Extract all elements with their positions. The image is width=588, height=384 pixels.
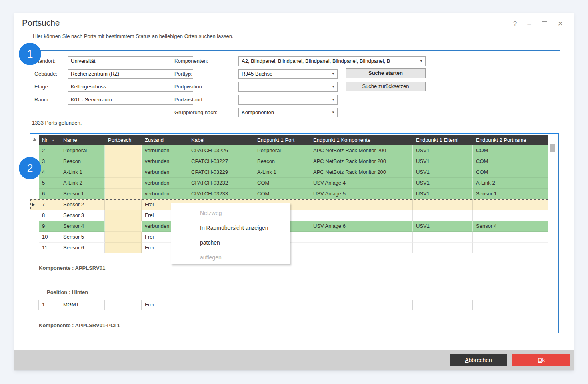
dialog-footer: Abbrechen Ok [14,350,574,370]
table-row[interactable]: 3 Beacon verbunden CPATCH-03227 Beacon A… [30,156,548,167]
cell-portbesch [105,199,142,210]
dialog-subtitle: Hier können Sie nach Ports mit bestimmte… [33,33,233,39]
cell-ep1-port: Beacon [254,156,310,167]
table-row[interactable]: 5 A-Link 2 verbunden CPATCH-03232 COM US… [30,178,548,189]
cell-name: Sensor 5 [60,232,105,243]
cell-nr: 10 [39,232,60,243]
cell-portbesch [105,167,142,178]
cell-ep1-komponente [310,300,413,310]
cell-ep2-portname: COM [473,156,548,167]
cell-ep1-port: A-Link 1 [254,167,310,178]
column-header-portbesch[interactable]: Portbesch [105,135,142,145]
context-menu: Netzweg In Raumübersicht anzeigen patche… [171,203,290,264]
cell-ep1-eltern: USV1 [413,221,473,232]
cell-portbesch [105,243,142,253]
cell-name: Sensor 3 [60,210,105,221]
abbrechen-button[interactable]: Abbrechen [450,354,507,366]
cell-portbesch [105,189,142,199]
column-header-name[interactable]: Name [60,135,105,145]
gruppierung-label: Gruppierung nach: [174,108,218,117]
komponenten-label: Komponenten: [174,56,208,66]
cell-ep1-komponente [310,199,413,210]
cell-ep2-portname: COM [473,167,548,178]
table-row[interactable]: 6 Sensor 1 verbunden CPATCH-03233 COM US… [30,189,548,199]
etage-label: Etage: [34,82,50,92]
table-row[interactable]: 4 A-Link 1 verbunden CPATCH-03229 A-Link… [30,167,548,178]
cell-ep1-komponente: USV Anlage 6 [310,221,413,232]
suche-starten-button[interactable]: Suche starten [346,68,426,78]
cell-ep2-portname: Sensor 1 [473,189,548,199]
cell-ep2-portname [473,210,548,221]
minimize-icon[interactable]: – [527,20,531,27]
cell-zustand: verbunden [142,156,188,167]
sort-ascending-icon: ▲ [52,139,55,142]
cell-nr: 5 [39,178,60,189]
cell-zustand: Frei [142,300,188,310]
menu-item-patchen[interactable]: patchen [171,235,290,250]
chevron-down-icon: ▼ [332,85,335,88]
cell-portbesch [105,210,142,221]
cell-nr: 4 [39,167,60,178]
cell-ep2-portname [473,243,548,253]
cell-ep1-komponente: USV Anlage 4 [310,178,413,189]
cell-nr: 3 [39,156,60,167]
portzustand-select[interactable]: ▼ [238,95,338,105]
column-header-ep1-eltern[interactable]: Endpunkt 1 Elternl [413,135,473,145]
cell-kabel: CPATCH-03227 [188,156,254,167]
ok-button[interactable]: Ok [512,354,570,366]
cell-zustand: verbunden [142,145,188,156]
cell-zustand: verbunden [142,178,188,189]
portposition-label: Portposition: [174,82,203,92]
cell-nr: 11 [39,243,60,253]
cell-nr: 8 [39,210,60,221]
cell-kabel: CPATCH-03233 [188,189,254,199]
porttyp-label: Porttyp: [174,69,192,79]
cell-ep2-portname: Sensor 4 [473,221,548,232]
cell-portbesch [105,156,142,167]
results-table-panel: ✱ Nr▲ Name Portbesch Zustand Kabel Endpu… [30,133,559,333]
result-count: 1333 Ports gefunden. [32,120,82,126]
cell-ep1-eltern: USV1 [413,178,473,189]
close-icon[interactable]: ✕ [558,20,563,27]
cell-name: A-Link 2 [60,178,105,189]
cell-ep1-eltern: USV1 [413,156,473,167]
help-icon[interactable]: ? [513,20,517,27]
cell-nr: 1 [39,300,60,310]
cell-nr: 2 [39,145,60,156]
group-header-komponente[interactable]: Komponente : APPLSRV01 [39,265,105,271]
cell-zustand: verbunden [142,167,188,178]
group-header-position[interactable]: Position : Hinten [47,289,88,295]
menu-item-raumuebersicht[interactable]: In Raumübersicht anzeigen [171,221,290,235]
column-header-zustand[interactable]: Zustand [142,135,188,145]
table-row[interactable]: 1 MGMT Frei [30,300,548,310]
cell-portbesch [105,145,142,156]
cell-nr: 7 [39,199,60,210]
column-header-kabel[interactable]: Kabel [188,135,254,145]
portposition-select[interactable]: ▼ [238,82,338,92]
cell-ep1-port [254,300,310,310]
cell-kabel: CPATCH-03232 [188,178,254,189]
table-header-row: ✱ Nr▲ Name Portbesch Zustand Kabel Endpu… [30,135,548,145]
cell-name: Sensor 6 [60,243,105,253]
customize-columns-icon[interactable]: ✱ [30,135,39,145]
chevron-down-icon: ▼ [332,98,335,101]
group-header-komponente-pci[interactable]: Komponente : APPLSRV01-PCI 1 [39,322,120,328]
suche-zuruecksetzen-button[interactable]: Suche zurücksetzen [346,82,426,91]
column-header-nr[interactable]: Nr▲ [39,135,60,145]
cell-ep1-eltern: USV1 [413,145,473,156]
cell-ep1-eltern [413,210,473,221]
column-header-ep2-portname[interactable]: Endpunkt 2 Portname [473,135,548,145]
column-header-ep1-port[interactable]: Endpunkt 1 Port [254,135,310,145]
gruppierung-select[interactable]: Komponenten ▼ [238,108,338,117]
page-title: Portsuche [22,18,60,28]
table-row[interactable]: 2 Peripheral verbunden CPATCH-03226 Peri… [30,145,548,156]
cell-ep1-eltern: USV1 [413,167,473,178]
column-header-ep1-komponente[interactable]: Endpunkt 1 Komponente [310,135,413,145]
komponenten-select[interactable]: A2, Blindpanel, Blindpanel, Blindpanel, … [238,56,426,66]
cell-ep1-komponente [310,232,413,243]
maximize-icon[interactable] [542,21,547,26]
vertical-scrollbar-thumb[interactable] [550,144,555,152]
porttyp-select[interactable]: RJ45 Buchse ▼ [238,69,338,79]
cell-ep2-portname [473,199,548,210]
cell-portbesch [105,178,142,189]
